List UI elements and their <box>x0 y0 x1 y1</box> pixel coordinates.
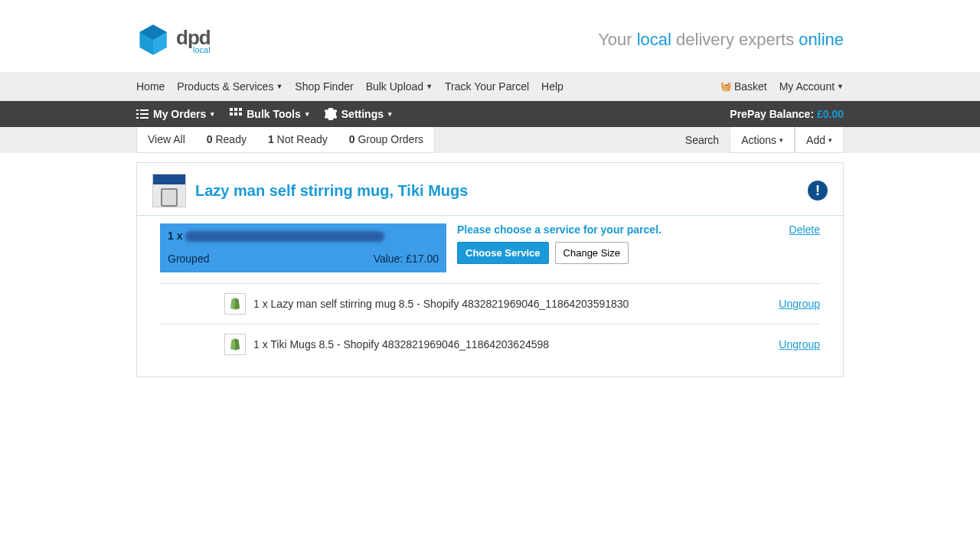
tab-not-ready[interactable]: 1 Not Ready <box>257 127 338 152</box>
parcel-summary[interactable]: 1 x Grouped Value: £17.00 <box>160 223 446 272</box>
grouped-label: Grouped <box>168 253 209 265</box>
value-label: Value: £17.00 <box>374 253 439 265</box>
svg-rect-11 <box>239 112 242 116</box>
choose-service-button[interactable]: Choose Service <box>457 242 549 264</box>
my-orders-menu[interactable]: My Orders▾ <box>136 108 214 120</box>
svg-rect-3 <box>140 113 149 115</box>
caret-down-icon: ▼ <box>426 83 433 90</box>
nav-bulk-upload[interactable]: Bulk Upload▼ <box>366 80 433 93</box>
nav-products[interactable]: Products & Services▼ <box>177 80 283 93</box>
add-menu[interactable]: Add▾ <box>795 127 844 153</box>
filter-bar: View All 0 Ready 1 Not Ready 0 Group Ord… <box>0 127 980 153</box>
svg-rect-0 <box>136 109 139 111</box>
line-item: 1 x Tiki Mugs 8.5 - Shopify 483282196904… <box>160 324 820 364</box>
shopify-icon <box>224 293 246 315</box>
service-prompt: Please choose a service for your parcel. <box>457 223 779 236</box>
cube-icon <box>136 23 170 57</box>
caret-down-icon: ▾ <box>305 110 309 118</box>
nav-shop-finder[interactable]: Shop Finder <box>295 80 353 93</box>
nav-account[interactable]: My Account▼ <box>779 80 844 93</box>
change-size-button[interactable]: Change Size <box>555 242 629 264</box>
tab-group-orders[interactable]: 0 Group Orders <box>338 127 434 152</box>
nav-help[interactable]: Help <box>541 80 564 93</box>
redacted-text <box>185 231 384 242</box>
ungroup-link[interactable]: Ungroup <box>779 298 820 310</box>
caret-down-icon: ▾ <box>388 110 392 118</box>
order-title[interactable]: Lazy man self stirring mug, Tiki Mugs <box>195 182 799 200</box>
svg-rect-10 <box>234 112 237 116</box>
toolbar: My Orders▾ Bulk Tools▾ Settings▾ PrePay … <box>0 101 980 127</box>
basket-icon: 🧺 <box>720 81 732 92</box>
line-item: 1 x Lazy man self stirring mug 8.5 - Sho… <box>160 283 820 324</box>
svg-rect-9 <box>230 112 233 116</box>
nav-home[interactable]: Home <box>136 80 165 93</box>
svg-rect-7 <box>234 108 237 111</box>
svg-rect-1 <box>140 109 149 111</box>
tab-ready[interactable]: 0 Ready <box>196 127 257 152</box>
line-item-text: 1 x Lazy man self stirring mug 8.5 - Sho… <box>253 298 771 310</box>
brand-logo[interactable]: dpd local <box>136 23 211 57</box>
actions-menu[interactable]: Actions▾ <box>730 127 795 153</box>
svg-rect-6 <box>230 108 233 111</box>
alert-icon[interactable]: ! <box>808 181 828 201</box>
product-thumbnail <box>152 174 186 207</box>
nav-track[interactable]: Track Your Parcel <box>445 80 529 93</box>
line-item-text: 1 x Tiki Mugs 8.5 - Shopify 483282196904… <box>253 338 771 350</box>
search-link[interactable]: Search <box>675 127 730 153</box>
ungroup-link[interactable]: Ungroup <box>779 338 820 350</box>
caret-down-icon: ▾ <box>828 136 832 144</box>
svg-rect-4 <box>136 117 139 119</box>
bulk-tools-menu[interactable]: Bulk Tools▾ <box>230 108 309 120</box>
header: dpd local Your local delivery experts on… <box>0 0 980 72</box>
main-nav: Home Products & Services▼ Shop Finder Bu… <box>0 72 980 101</box>
svg-rect-5 <box>140 117 149 119</box>
delete-link[interactable]: Delete <box>789 223 820 236</box>
tab-view-all[interactable]: View All <box>137 127 196 152</box>
settings-menu[interactable]: Settings▾ <box>325 108 392 120</box>
svg-rect-8 <box>239 108 242 111</box>
caret-down-icon: ▾ <box>779 136 783 144</box>
caret-down-icon: ▼ <box>837 83 844 90</box>
prepay-balance: PrePay Balance: £0.00 <box>730 108 844 120</box>
order-panel: Lazy man self stirring mug, Tiki Mugs ! … <box>136 162 844 377</box>
svg-rect-2 <box>136 113 139 115</box>
shopify-icon <box>224 334 246 355</box>
caret-down-icon: ▾ <box>211 110 214 118</box>
gear-icon <box>325 108 337 120</box>
brand-sub: local <box>176 45 211 54</box>
caret-down-icon: ▼ <box>276 83 283 90</box>
nav-basket[interactable]: 🧺Basket <box>720 80 767 93</box>
tagline: Your local delivery experts online <box>598 30 844 50</box>
list-icon <box>136 108 149 120</box>
grid-icon <box>230 108 242 120</box>
